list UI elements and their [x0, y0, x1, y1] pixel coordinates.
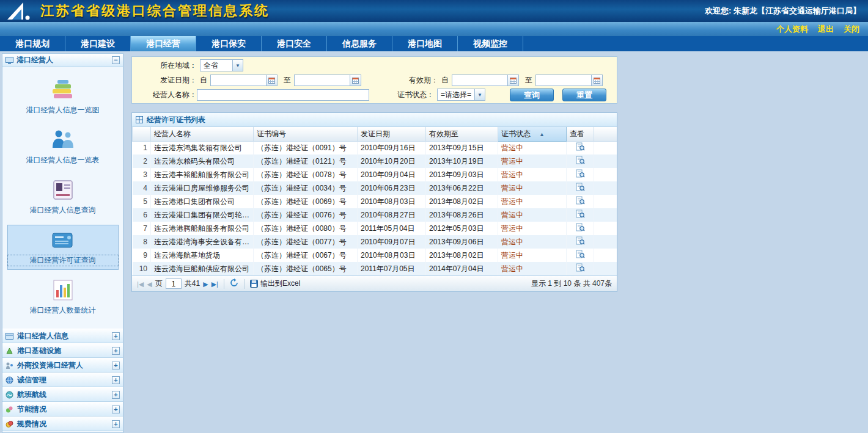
- col-operator-name[interactable]: 经营人名称: [151, 127, 254, 141]
- table-row[interactable]: 8 连云港港湾海事安全设备有限... （苏连）港经证（0077）号 2010年0…: [133, 235, 617, 249]
- tab-port-planning[interactable]: 港口规划: [0, 36, 65, 51]
- sidebar: 港口经营人 − 港口经营人信息一览图 港口经: [2, 53, 123, 433]
- sidebar-panel-header[interactable]: 港口经营人 −: [2, 54, 123, 67]
- export-excel-button[interactable]: 输出到Excel: [250, 278, 300, 289]
- filler-cell: [594, 249, 617, 262]
- page-number-input[interactable]: [166, 278, 182, 289]
- col-valid-until[interactable]: 有效期至: [426, 127, 498, 141]
- reset-button[interactable]: 重置: [562, 89, 606, 101]
- books-icon: [49, 78, 77, 101]
- calendar-picker-icon[interactable]: [350, 75, 361, 86]
- sidebar-splitter[interactable]: [123, 53, 128, 433]
- close-link[interactable]: 关闭: [844, 24, 859, 35]
- col-issue-date[interactable]: 发证日期: [358, 127, 426, 141]
- view-record-icon[interactable]: [576, 183, 585, 194]
- status-cell: 营运中: [498, 141, 567, 155]
- operator-name-cell: 连云港港口房屋维修服务公司: [151, 181, 254, 195]
- sidebar-item-operator-statistics[interactable]: 港口经营人数量统计: [7, 275, 119, 320]
- sidebar-group-operator-info[interactable]: 港口经营人信息 +: [2, 329, 123, 343]
- cert-no-cell: （苏连）港经证（0034）号: [254, 181, 358, 195]
- sidebar-group-foreign-investors[interactable]: 外商投资港口经营人 +: [2, 358, 123, 373]
- next-page-icon[interactable]: ▶: [203, 276, 208, 292]
- validity-to-input[interactable]: [535, 75, 592, 86]
- table-row[interactable]: 9 连云港海航基地货场 （苏连）港经证（0067）号 2010年08月03日 2…: [133, 249, 617, 262]
- sidebar-group-label: 外商投资港口经营人: [17, 360, 83, 371]
- sidebar-group-label: 规费情况: [17, 419, 46, 429]
- expand-group-button[interactable]: +: [112, 406, 120, 413]
- tab-port-safety[interactable]: 港口安全: [262, 36, 327, 51]
- table-row[interactable]: 1 连云港东鸿集装箱有限公司 （苏连）港经证（0091）号 2010年09月16…: [133, 141, 617, 155]
- table-row[interactable]: 6 连云港港口集团有限公司轮驳... （苏连）港经证（0076）号 2010年0…: [133, 208, 617, 222]
- issue-date-to-input[interactable]: [294, 75, 350, 86]
- tab-port-operation[interactable]: 港口经营: [131, 36, 196, 51]
- table-row[interactable]: 5 连云港港口集团有限公司 （苏连）港经证（0069）号 2010年08月03日…: [133, 195, 617, 208]
- row-number: 3: [133, 168, 151, 181]
- sidebar-group-label: 诚信管理: [17, 375, 46, 385]
- expand-group-button[interactable]: +: [112, 420, 120, 428]
- sidebar-group-energy-saving[interactable]: 节能情况 +: [2, 402, 123, 417]
- tab-port-security[interactable]: 港口保安: [196, 36, 262, 51]
- sidebar-item-license-query[interactable]: 港口经营许可证查询: [7, 225, 119, 270]
- cert-no-cell: （苏连）港经证（0077）号: [254, 235, 358, 249]
- sidebar-item-operator-overview-table[interactable]: 港口经营人信息一览表: [7, 125, 119, 170]
- view-record-icon[interactable]: [576, 263, 585, 274]
- logout-link[interactable]: 退出: [818, 24, 834, 35]
- collapse-panel-button[interactable]: −: [112, 56, 120, 64]
- col-cert-status-label: 证书状态: [501, 129, 531, 138]
- search-button[interactable]: 查询: [510, 89, 554, 101]
- prev-page-icon[interactable]: ◀: [147, 276, 152, 292]
- col-view[interactable]: 查看: [567, 127, 594, 141]
- first-page-icon[interactable]: |◀: [137, 276, 144, 292]
- tab-port-map[interactable]: 港口地图: [392, 36, 458, 51]
- table-row[interactable]: 2 连云港东粮码头有限公司 （苏连）港经证（0121）号 2010年10月20日…: [133, 155, 617, 168]
- expand-group-button[interactable]: +: [112, 391, 120, 399]
- filler-cell: [594, 208, 617, 222]
- tab-video-monitor[interactable]: 视频监控: [458, 36, 523, 51]
- operator-name-input[interactable]: [197, 89, 369, 101]
- view-record-icon[interactable]: [576, 196, 585, 207]
- view-record-icon[interactable]: [576, 223, 585, 234]
- view-record-icon[interactable]: [576, 142, 585, 153]
- table-row[interactable]: 7 连云港港腾船舶服务有限公司 （苏连）港经证（0080）号 2011年05月0…: [133, 222, 617, 235]
- issue-date-cell: 2010年09月04日: [358, 168, 426, 181]
- col-filler: [594, 127, 617, 141]
- tab-info-service[interactable]: 信息服务: [327, 36, 392, 51]
- table-row[interactable]: 10 连云港海巨船舶供应有限公司 （苏连）港经证（0065）号 2011年07月…: [133, 262, 617, 275]
- view-record-icon[interactable]: [576, 209, 585, 220]
- cert-no-cell: （苏连）港经证（0091）号: [254, 141, 358, 155]
- calendar-picker-icon[interactable]: [592, 75, 603, 86]
- calendar-picker-icon[interactable]: [508, 75, 519, 86]
- issue-date-from-input[interactable]: [210, 75, 267, 86]
- sidebar-group-port-infrastructure[interactable]: 港口基础设施 +: [2, 343, 123, 358]
- sidebar-group-flight-routes[interactable]: 航班航线 +: [2, 387, 123, 402]
- filter-panel: 所在地域： 全省 ▼ 发证日期： 自 至 有效期： 自: [131, 56, 617, 104]
- refresh-icon[interactable]: [230, 278, 238, 289]
- profile-link[interactable]: 个人资料: [776, 24, 808, 35]
- sidebar-item-operator-overview-chart[interactable]: 港口经营人信息一览图: [7, 75, 119, 120]
- sidebar-group-fees[interactable]: 规费情况 +: [2, 417, 123, 431]
- validity-to-label: 至: [525, 75, 532, 86]
- validity-from-input[interactable]: [452, 75, 508, 86]
- col-cert-no[interactable]: 证书编号: [254, 127, 358, 141]
- cert-status-select[interactable]: =请选择= ▼: [437, 89, 485, 101]
- sidebar-item-operator-info-query[interactable]: 港口经营人信息查询: [7, 175, 119, 220]
- expand-group-button[interactable]: +: [112, 332, 120, 340]
- last-page-icon[interactable]: ▶|: [211, 276, 218, 292]
- view-record-icon[interactable]: [576, 169, 585, 180]
- sidebar-group-integrity-management[interactable]: 诚信管理 +: [2, 373, 123, 387]
- calendar-picker-icon[interactable]: [267, 75, 278, 86]
- expand-group-button[interactable]: +: [112, 347, 120, 355]
- valid-until-cell: 2012年05月03日: [426, 222, 498, 235]
- tab-port-construction[interactable]: 港口建设: [65, 36, 131, 51]
- view-record-icon[interactable]: [576, 156, 585, 167]
- view-record-icon[interactable]: [576, 236, 585, 247]
- view-record-icon[interactable]: [576, 250, 585, 261]
- expand-group-button[interactable]: +: [112, 376, 120, 384]
- expand-group-button[interactable]: +: [112, 362, 120, 369]
- col-cert-status[interactable]: 证书状态▲: [498, 127, 567, 141]
- filter-row-dates: 发证日期： 自 至 有效期： 自 至: [132, 73, 617, 87]
- table-row[interactable]: 4 连云港港口房屋维修服务公司 （苏连）港经证（0034）号 2010年06月2…: [133, 181, 617, 195]
- region-select[interactable]: 全省 ▼: [200, 59, 243, 71]
- welcome-text: 欢迎您: 朱新龙【江苏省交通运输厅港口局】: [705, 5, 861, 16]
- table-row[interactable]: 3 连云港丰裕船舶服务有限公司 （苏连）港经证（0078）号 2010年09月0…: [133, 168, 617, 181]
